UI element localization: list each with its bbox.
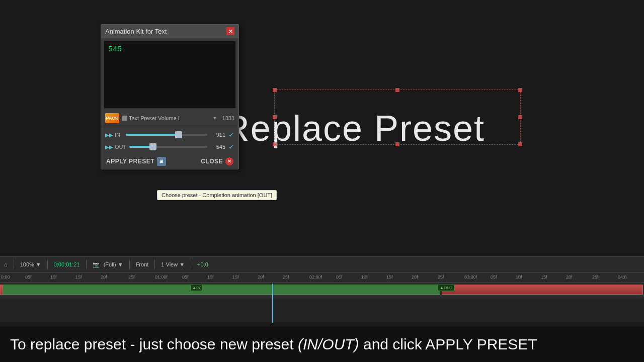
toolbar-layout[interactable]: 1 View ▼ [161, 261, 185, 267]
playhead[interactable] [272, 284, 273, 323]
toolbar-view[interactable]: Front [136, 261, 149, 267]
toolbar-camera-icon[interactable]: 📷 [93, 261, 100, 268]
dialog-footer: APPLY PRESET ⊞ CLOSE ✕ [101, 154, 238, 169]
out-slider-track[interactable] [129, 146, 207, 148]
toolbar-zoom[interactable]: 100% ▼ [20, 261, 41, 267]
ruler-label-8: 10f [207, 275, 214, 280]
home-icon: ⌂ [4, 261, 8, 267]
ruler-label-12: 02:00f [309, 275, 322, 280]
instruction-normal-2: and click APPLY PRESET [359, 336, 537, 352]
handle-tr[interactable] [518, 88, 522, 92]
offset-value: +0,0 [197, 261, 208, 267]
in-checkmark[interactable]: ✓ [228, 131, 234, 139]
zoom-value: 100% [20, 261, 34, 267]
in-slider-value: 911 [210, 132, 225, 138]
zoom-dropdown-icon: ▼ [36, 261, 41, 267]
timeline-ruler[interactable]: 0:00 05f 10f 15f 20f 25f 01:00f 05f 10f … [0, 273, 644, 283]
toolbar: ⌂ 100% ▼ 0;00;01;21 📷 (Full) ▼ Front 1 V… [0, 256, 644, 273]
track-bar-green [3, 285, 440, 295]
layout-dropdown-icon: ▼ [179, 261, 185, 267]
ruler-label-19: 05f [491, 275, 497, 280]
instruction-normal-1: To replace preset - just choose new pres… [10, 336, 298, 352]
bottom-instruction-bar: To replace preset - just choose new pres… [0, 327, 644, 362]
ruler-label-23: 25f [592, 275, 599, 280]
dialog-close-x-button[interactable]: ✕ [226, 27, 234, 35]
view-value: Front [136, 261, 149, 267]
layout-value: 1 View [161, 261, 178, 267]
ruler-label-11: 25f [283, 275, 289, 280]
out-slider-value: 545 [210, 144, 225, 150]
handle-br[interactable] [518, 142, 522, 146]
toolbar-divider-1 [14, 260, 14, 269]
dialog-title: Animation Kit for Text [105, 28, 167, 35]
out-arrow-icon: ▶▶ [105, 144, 113, 150]
ruler-label-20: 10f [516, 275, 522, 280]
out-checkmark[interactable]: ✓ [228, 143, 234, 151]
out-marker-label: ▲OUT [438, 285, 454, 291]
ruler-label-3: 15f [75, 275, 82, 280]
timeline: 0:00 05f 10f 15f 20f 25f 01:00f 05f 10f … [0, 273, 644, 322]
apply-preset-button[interactable]: APPLY PRESET ⊞ [106, 157, 166, 166]
tooltip: Choose preset - Completion animation [OU… [157, 190, 277, 200]
ruler-label-15: 15f [386, 275, 393, 280]
out-label: ▶▶ OUT [105, 144, 126, 150]
ruler-content: 0:00 05f 10f 15f 20f 25f 01:00f 05f 10f … [0, 273, 644, 282]
dropdown-arrow-icon: ▼ [213, 116, 217, 121]
toolbar-home: ⌂ [4, 261, 8, 267]
preview-text: Replace Preset [223, 108, 485, 149]
ruler-label-2: 10f [50, 275, 57, 280]
toolbar-divider-2 [47, 260, 48, 269]
apply-preset-label: APPLY PRESET [106, 158, 154, 165]
ruler-label-10: 20f [258, 275, 264, 280]
ruler-label-7: 05f [182, 275, 189, 280]
close-icon: ✕ [225, 157, 233, 165]
in-slider-thumb[interactable] [175, 131, 182, 138]
ruler-label-6: 01:00f [155, 275, 168, 280]
quality-dropdown-icon: ▼ [118, 261, 123, 267]
preset-color-dot [122, 116, 127, 121]
timecode-display: 0;00;01;21 [54, 261, 80, 267]
track-bar-right [442, 285, 643, 295]
handle-tl[interactable] [273, 88, 277, 92]
in-marker: ▲IN [190, 285, 202, 291]
ruler-label-24: 04:0 [618, 275, 627, 280]
in-slider-track[interactable] [126, 134, 207, 136]
dialog-title-bar: Animation Kit for Text ✕ [101, 25, 238, 38]
in-slider-row: ▶▶ IN 911 ✓ [101, 129, 238, 141]
out-marker: ▲OUT [438, 285, 454, 291]
ruler-label-0: 0:00 [1, 275, 10, 280]
preset-count: 1333 [222, 115, 234, 121]
ruler-label-13: 05f [336, 275, 343, 280]
canvas-area: Replace Preset Animation Kit for Text ✕ … [0, 0, 644, 256]
timeline-track: ▲IN ▲OUT [0, 284, 644, 299]
animation-kit-dialog: Animation Kit for Text ✕ 545 PACK Text P… [101, 24, 239, 169]
close-button[interactable]: CLOSE ✕ [201, 157, 233, 165]
apply-preset-icon: ⊞ [157, 157, 166, 166]
preset-name: Text Preset Volume I [129, 115, 211, 121]
ruler-label-5: 25f [128, 275, 135, 280]
toolbar-quality[interactable]: (Full) ▼ [104, 261, 123, 267]
pack-icon: PACK [105, 113, 119, 123]
ruler-label-16: 20f [412, 275, 418, 280]
toolbar-divider-3 [86, 260, 87, 269]
quality-value: (Full) [104, 261, 116, 267]
preset-dropdown[interactable]: Text Preset Volume I ▼ [122, 115, 217, 121]
preview-mini-value: 545 [108, 45, 122, 54]
preview-mini-area: 545 [104, 41, 236, 109]
toolbar-timecode: 0;00;01;21 [54, 261, 80, 267]
camera-icon: 📷 [93, 261, 100, 268]
in-marker-label: ▲IN [190, 285, 202, 291]
ruler-label-9: 15f [232, 275, 239, 280]
ruler-label-21: 15f [541, 275, 547, 280]
out-slider-row: ▶▶ OUT 545 ✓ [101, 141, 238, 153]
divider-1 [101, 127, 238, 127]
in-arrow-icon: ▶▶ [105, 132, 113, 138]
ruler-label-22: 20f [566, 275, 573, 280]
handle-mr[interactable] [518, 115, 522, 119]
handle-tm[interactable] [395, 88, 399, 92]
ruler-label-1: 05f [25, 275, 32, 280]
instruction-italic: (IN/OUT) [298, 336, 359, 352]
out-slider-thumb[interactable] [149, 143, 156, 150]
toolbar-divider-4 [129, 260, 130, 269]
close-label: CLOSE [201, 158, 223, 165]
